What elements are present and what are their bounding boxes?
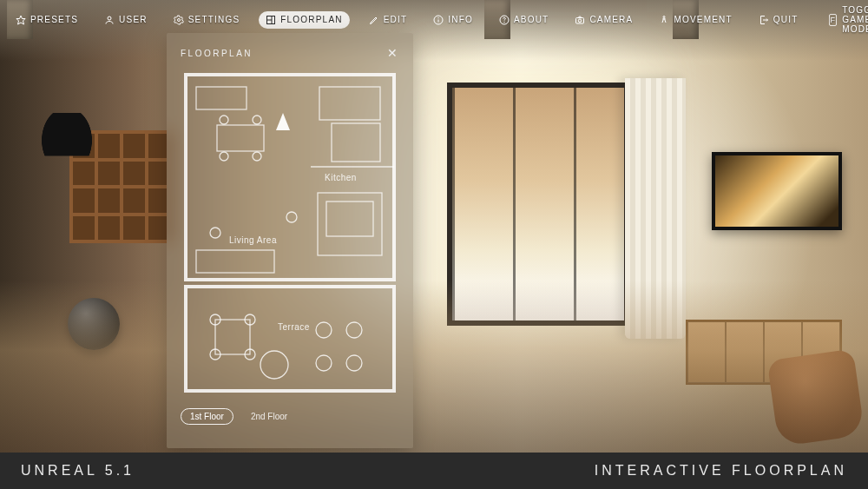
menu-camera-label: CAMERA bbox=[589, 15, 633, 24]
scene-render bbox=[0, 0, 868, 489]
svg-rect-17 bbox=[332, 123, 380, 162]
svg-rect-19 bbox=[217, 125, 264, 151]
svg-point-22 bbox=[220, 152, 228, 161]
floorplan-diagram[interactable]: Kitchen Living Area Terrace bbox=[181, 69, 399, 398]
camera-icon bbox=[575, 15, 585, 25]
key-f-icon: F bbox=[829, 14, 837, 26]
menu-about[interactable]: ABOUT bbox=[492, 11, 556, 29]
svg-marker-0 bbox=[16, 16, 25, 24]
toggle-game-mode[interactable]: F TOGGLE GAME MODE bbox=[829, 5, 868, 34]
menu-quit-label: QUIT bbox=[773, 15, 799, 24]
svg-rect-30 bbox=[196, 250, 274, 273]
svg-point-1 bbox=[108, 17, 111, 20]
svg-point-38 bbox=[346, 322, 362, 338]
svg-point-37 bbox=[316, 322, 332, 338]
toggle-game-mode-label: TOGGLE GAME MODE bbox=[842, 5, 868, 34]
svg-point-36 bbox=[260, 351, 288, 379]
info-icon bbox=[433, 15, 444, 25]
menu-movement[interactable]: MOVEMENT bbox=[652, 11, 739, 29]
menu-presets-label: PRESETS bbox=[30, 15, 78, 24]
gear-icon bbox=[174, 15, 184, 25]
svg-rect-28 bbox=[318, 193, 382, 255]
menu-about-label: ABOUT bbox=[514, 15, 549, 24]
svg-point-20 bbox=[220, 116, 228, 124]
pencil-icon bbox=[369, 15, 379, 25]
svg-marker-24 bbox=[276, 113, 290, 130]
wall-tv bbox=[712, 152, 842, 230]
room-label-kitchen: Kitchen bbox=[325, 173, 357, 182]
menu-floorplan[interactable]: FLOORPLAN bbox=[259, 11, 349, 29]
svg-point-27 bbox=[286, 212, 297, 222]
svg-rect-11 bbox=[576, 17, 584, 23]
svg-rect-15 bbox=[186, 287, 394, 391]
svg-rect-14 bbox=[186, 75, 394, 280]
footer-engine: UNREAL 5.1 bbox=[21, 463, 135, 479]
menu-info[interactable]: INFO bbox=[426, 11, 480, 29]
floor-reflection bbox=[0, 281, 868, 454]
svg-rect-31 bbox=[215, 320, 250, 354]
footer-bar: UNREAL 5.1 INTERACTIVE FLOORPLAN bbox=[0, 453, 868, 489]
panel-header: FLOORPLAN ✕ bbox=[181, 47, 399, 59]
footer-title: INTERACTIVE FLOORPLAN bbox=[595, 463, 847, 479]
exit-icon bbox=[759, 15, 769, 25]
panel-title: FLOORPLAN bbox=[181, 49, 253, 58]
floorplan-panel: FLOORPLAN ✕ bbox=[167, 33, 413, 448]
star-icon bbox=[16, 15, 26, 25]
menu-edit[interactable]: EDIT bbox=[362, 11, 415, 29]
menu-quit[interactable]: QUIT bbox=[752, 11, 806, 29]
menu-user[interactable]: USER bbox=[97, 11, 155, 29]
svg-point-23 bbox=[253, 152, 261, 161]
svg-point-8 bbox=[438, 17, 439, 18]
svg-point-10 bbox=[504, 22, 505, 23]
menu-settings-label: SETTINGS bbox=[188, 15, 240, 24]
svg-rect-29 bbox=[326, 202, 373, 236]
svg-rect-18 bbox=[196, 87, 247, 109]
svg-point-21 bbox=[253, 116, 261, 124]
top-menu: PRESETS USER SETTINGS FLOORPLAN EDIT INF… bbox=[9, 5, 859, 34]
svg-point-2 bbox=[177, 18, 180, 21]
svg-point-12 bbox=[579, 19, 582, 23]
menu-presets[interactable]: PRESETS bbox=[9, 11, 85, 29]
svg-point-26 bbox=[210, 228, 220, 238]
floor-tab-2nd[interactable]: 2nd Floor bbox=[242, 409, 296, 424]
floor-tabs: 1st Floor 2nd Floor bbox=[181, 408, 399, 425]
menu-user-label: USER bbox=[119, 15, 148, 24]
menu-settings[interactable]: SETTINGS bbox=[167, 11, 247, 29]
menu-floorplan-label: FLOORPLAN bbox=[280, 15, 342, 24]
movement-icon bbox=[659, 15, 669, 25]
svg-point-13 bbox=[663, 16, 665, 17]
room-label-living: Living Area bbox=[229, 235, 277, 245]
close-icon[interactable]: ✕ bbox=[387, 47, 400, 59]
svg-rect-16 bbox=[319, 87, 380, 120]
floorplan-icon bbox=[266, 15, 276, 25]
svg-point-40 bbox=[346, 355, 362, 371]
menu-movement-label: MOVEMENT bbox=[674, 15, 732, 24]
question-icon bbox=[499, 15, 510, 25]
menu-edit-label: EDIT bbox=[384, 15, 408, 24]
floor-tab-1st[interactable]: 1st Floor bbox=[181, 408, 233, 425]
menu-info-label: INFO bbox=[448, 15, 473, 24]
room-label-terrace: Terrace bbox=[278, 322, 310, 332]
svg-point-39 bbox=[316, 355, 332, 371]
menu-camera[interactable]: CAMERA bbox=[568, 11, 640, 29]
user-icon bbox=[104, 15, 115, 25]
